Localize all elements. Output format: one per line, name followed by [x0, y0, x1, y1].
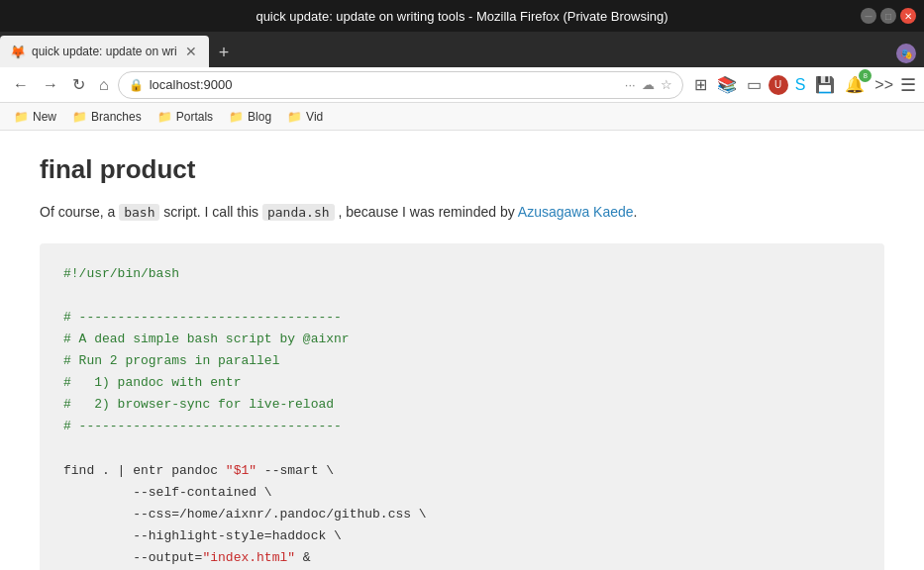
- nav-right-icons: ⊞ 📚 ▭ U S 💾 🔔 >> ☰: [691, 73, 916, 96]
- code-cmd3: --css=/home/aixnr/.pandoc/github.css \: [63, 504, 861, 525]
- address-bar-icons: ··· ☁ ☆: [625, 77, 672, 92]
- titlebar-controls: ─ □ ✕: [861, 8, 916, 24]
- code-comment3: # Run 2 programs in parallel: [63, 350, 861, 372]
- folder-icon: 📁: [287, 110, 302, 124]
- intro-inline-code1: bash: [119, 204, 159, 221]
- save-icon[interactable]: 💾: [812, 73, 838, 96]
- tabbar-right-controls: 🎭: [896, 44, 924, 67]
- bookmark-label: New: [33, 110, 56, 124]
- folder-icon: 📁: [157, 110, 172, 124]
- bookmark-blog[interactable]: 📁 Blog: [223, 108, 277, 126]
- bookmark-new[interactable]: 📁 New: [8, 108, 62, 126]
- back-button[interactable]: ←: [8, 74, 34, 96]
- code-comment4: # 1) pandoc with entr: [63, 372, 861, 394]
- bookmark-label: Portals: [176, 110, 213, 124]
- code-comment2: # A dead simple bash script by @aixnr: [63, 329, 861, 350]
- code-comment1: # ----------------------------------: [63, 307, 861, 329]
- folder-icon: 📁: [14, 110, 29, 124]
- intro-paragraph: Of course, a bash script. I call this pa…: [40, 201, 884, 224]
- bookmark-label: Branches: [91, 110, 142, 124]
- code-cmd1: find . | entr pandoc "$1" --smart \: [63, 460, 861, 482]
- titlebar-text: quick update: update on writing tools - …: [256, 9, 667, 24]
- skype-icon[interactable]: S: [792, 74, 809, 96]
- close-button[interactable]: ✕: [900, 8, 916, 24]
- more-options-icon[interactable]: ···: [625, 77, 636, 92]
- bookmark-portals[interactable]: 📁 Portals: [152, 108, 219, 126]
- code-shebang: #!/usr/bin/bash: [63, 263, 861, 285]
- address-bar[interactable]: 🔒 ··· ☁ ☆: [118, 71, 683, 99]
- bookmark-branches[interactable]: 📁 Branches: [66, 108, 148, 126]
- bookmark-icon[interactable]: ☆: [661, 77, 672, 92]
- pocket-icon[interactable]: ☁: [642, 77, 655, 92]
- tabbar: 🦊 quick update: update on wri ✕ + 🎭: [0, 32, 924, 67]
- minimize-button[interactable]: ─: [861, 8, 876, 24]
- active-tab[interactable]: 🦊 quick update: update on wri ✕: [0, 36, 209, 67]
- more-icon[interactable]: >>: [872, 74, 896, 96]
- bookmarks-bar: 📁 New 📁 Branches 📁 Portals 📁 Blog 📁 Vid: [0, 103, 924, 131]
- intro-link[interactable]: Azusagawa Kaede: [518, 204, 634, 220]
- bookmark-label: Blog: [248, 110, 271, 124]
- notifications-icon[interactable]: 🔔: [842, 73, 868, 96]
- code-cmd5: --output="index.html" &: [63, 547, 861, 569]
- reload-button[interactable]: ↻: [67, 73, 90, 96]
- code-cmd2: --self-contained \: [63, 482, 861, 504]
- folder-icon: 📁: [72, 110, 87, 124]
- menu-button[interactable]: ☰: [900, 74, 916, 96]
- intro-end: .: [634, 204, 638, 220]
- code-cmd4: --highlight-style=haddock \: [63, 525, 861, 547]
- intro-inline-code2: panda.sh: [262, 204, 335, 221]
- code-blank2: [63, 438, 861, 460]
- page-content: final product Of course, a bash script. …: [0, 131, 924, 570]
- code-block: #!/usr/bin/bash # ----------------------…: [40, 243, 884, 570]
- folder-icon: 📁: [229, 110, 244, 124]
- code-comment5: # 2) browser-sync for live-reload: [63, 394, 861, 416]
- tab-title: quick update: update on wri: [32, 45, 177, 58]
- maximize-button[interactable]: □: [880, 8, 896, 24]
- titlebar: quick update: update on writing tools - …: [0, 0, 924, 32]
- intro-text-part3: , because I was reminded by: [338, 204, 514, 220]
- intro-text-part2: script. I call this: [163, 204, 258, 220]
- forward-button[interactable]: →: [38, 74, 63, 96]
- tab-close-button[interactable]: ✕: [183, 44, 199, 59]
- page-heading: final product: [40, 154, 884, 185]
- tab-favicon: 🦊: [10, 45, 26, 59]
- private-browsing-avatar: 🎭: [896, 44, 916, 63]
- extensions-icon[interactable]: ⊞: [691, 73, 710, 96]
- code-comment6: # ----------------------------------: [63, 416, 861, 437]
- library-icon[interactable]: 📚: [714, 73, 740, 96]
- new-tab-button[interactable]: +: [209, 43, 240, 63]
- ua-icon[interactable]: U: [769, 75, 788, 95]
- secure-icon: 🔒: [129, 78, 144, 92]
- bookmark-label: Vid: [306, 110, 323, 124]
- bookmark-vid[interactable]: 📁 Vid: [281, 108, 329, 126]
- sidebar-icon[interactable]: ▭: [744, 73, 765, 96]
- code-blank1: [63, 285, 861, 307]
- home-button[interactable]: ⌂: [94, 74, 114, 96]
- navbar: ← → ↻ ⌂ 🔒 ··· ☁ ☆ ⊞ 📚 ▭ U S 💾 🔔 >> ☰: [0, 67, 924, 103]
- address-input[interactable]: [150, 77, 619, 92]
- intro-text-part1: Of course, a: [40, 204, 115, 220]
